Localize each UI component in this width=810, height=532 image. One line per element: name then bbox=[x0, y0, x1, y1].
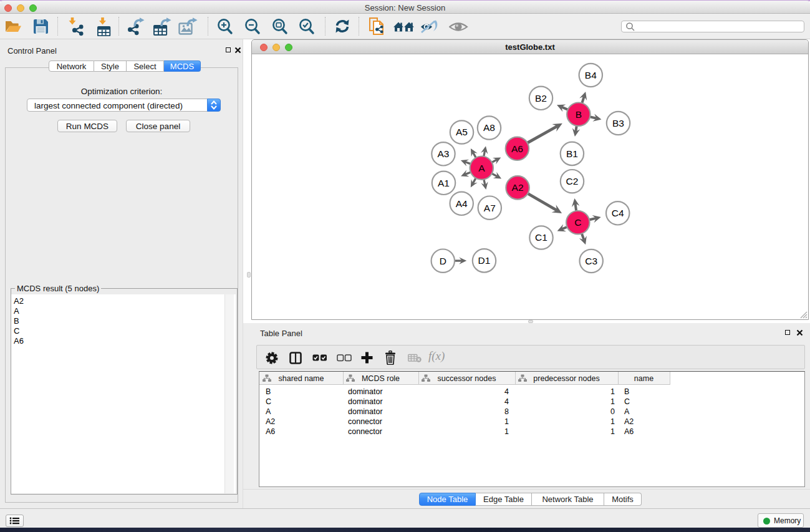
svg-text:B3: B3 bbox=[612, 118, 624, 128]
svg-text:C1: C1 bbox=[535, 232, 547, 243]
svg-text:A1: A1 bbox=[438, 178, 450, 188]
svg-text:C4: C4 bbox=[612, 208, 624, 218]
svg-text:A6: A6 bbox=[511, 143, 523, 154]
svg-text:B: B bbox=[576, 109, 582, 120]
svg-text:D: D bbox=[440, 256, 446, 266]
svg-text:A4: A4 bbox=[456, 198, 468, 209]
svg-text:C: C bbox=[574, 217, 581, 228]
svg-text:C2: C2 bbox=[566, 176, 579, 186]
svg-text:C3: C3 bbox=[585, 256, 597, 266]
svg-text:A2: A2 bbox=[512, 182, 524, 193]
svg-text:A: A bbox=[478, 163, 485, 173]
svg-text:A3: A3 bbox=[438, 148, 450, 159]
svg-text:B4: B4 bbox=[585, 70, 597, 80]
svg-text:B1: B1 bbox=[566, 148, 578, 159]
svg-text:A7: A7 bbox=[484, 203, 496, 213]
svg-text:B2: B2 bbox=[535, 93, 547, 104]
svg-text:D1: D1 bbox=[478, 255, 491, 266]
svg-text:A5: A5 bbox=[456, 127, 468, 137]
svg-text:A8: A8 bbox=[483, 122, 495, 133]
